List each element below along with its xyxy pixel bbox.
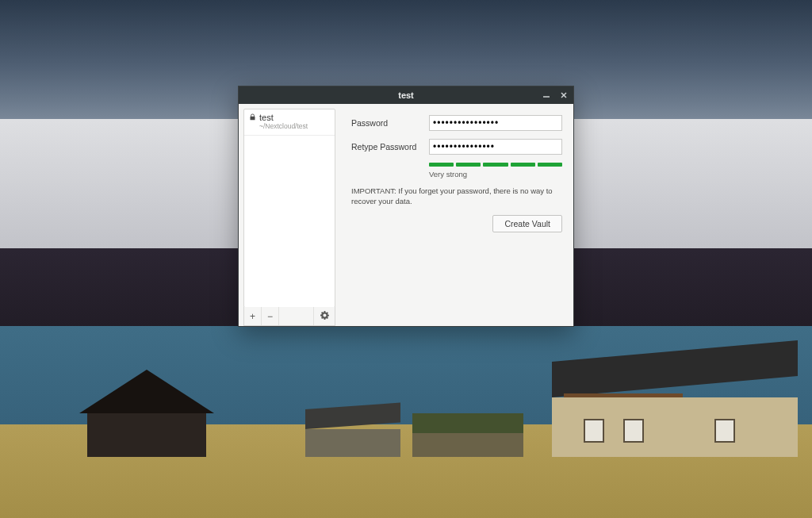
plus-icon: + — [250, 311, 255, 322]
close-button[interactable] — [557, 89, 570, 102]
settings-button[interactable] — [314, 307, 335, 325]
minimize-button[interactable] — [540, 89, 553, 102]
password-strength-meter — [429, 163, 562, 167]
retype-password-label: Retype Password — [351, 142, 429, 152]
minus-icon: − — [267, 311, 273, 322]
password-input[interactable] — [429, 115, 562, 131]
app-window: test — [238, 86, 574, 327]
sidebar-toolbar: + − — [243, 307, 335, 326]
vault-list-item[interactable]: test ~/Nextcloud/test — [244, 109, 335, 136]
wallpaper-house — [412, 413, 523, 457]
password-strength-label: Very strong — [429, 170, 562, 178]
password-label: Password — [351, 118, 429, 128]
wallpaper-house — [79, 370, 214, 457]
toolbar-spacer — [279, 307, 314, 325]
vault-path: ~/Nextcloud/test — [259, 122, 330, 130]
sidebar: test ~/Nextcloud/test + − — [239, 104, 340, 326]
wallpaper-house — [552, 362, 798, 457]
titlebar[interactable]: test — [239, 86, 573, 104]
vault-name: test — [259, 113, 274, 122]
window-title: test — [398, 90, 414, 100]
password-warning-text: IMPORTANT: If you forget your password, … — [351, 186, 562, 207]
add-vault-button[interactable]: + — [244, 307, 262, 325]
create-vault-form: Password Retype Password Very strong IMP… — [340, 104, 573, 326]
vault-list: test ~/Nextcloud/test — [243, 109, 335, 308]
lock-icon — [249, 113, 256, 122]
gear-icon — [320, 310, 330, 323]
remove-vault-button[interactable]: − — [262, 307, 279, 325]
desktop-wallpaper: test — [0, 0, 812, 518]
wallpaper-house — [305, 409, 400, 457]
retype-password-input[interactable] — [429, 139, 562, 155]
create-vault-button[interactable]: Create Vault — [492, 215, 562, 232]
